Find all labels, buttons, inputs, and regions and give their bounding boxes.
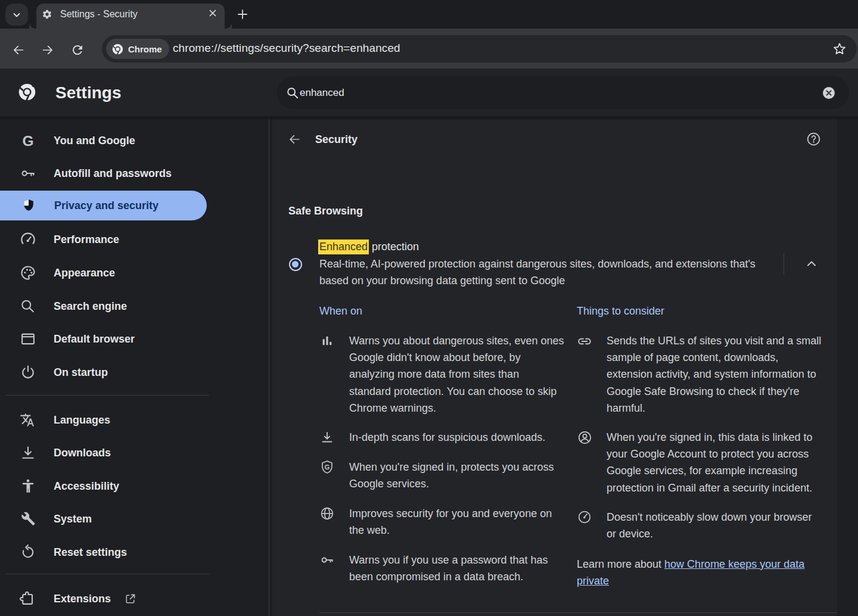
svg-text:G: G	[22, 133, 33, 149]
svg-text:G: G	[325, 463, 330, 471]
